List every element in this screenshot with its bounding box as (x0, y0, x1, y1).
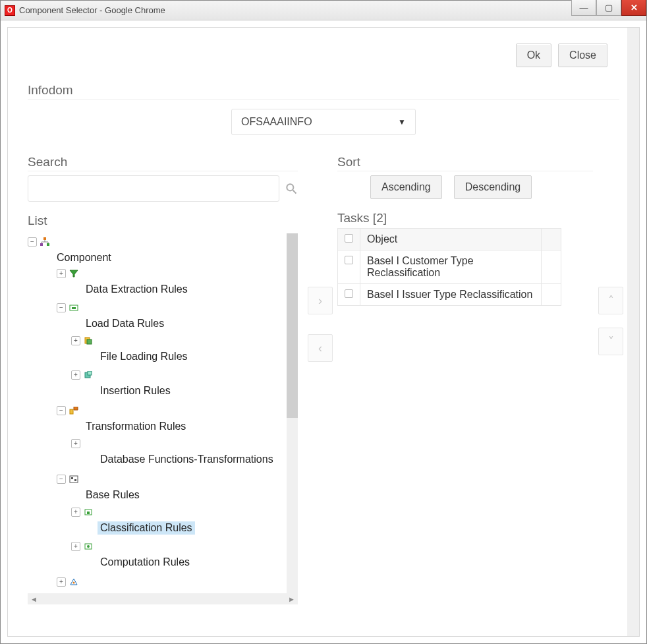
toggle-expand-icon[interactable]: + (71, 542, 80, 551)
tree-node-processes[interactable]: Processes (83, 591, 138, 593)
move-left-button[interactable]: ‹ (308, 334, 333, 362)
select-all-checkbox[interactable] (345, 234, 353, 243)
toggle-collapse-icon[interactable]: − (28, 237, 37, 247)
tasks-heading: Tasks [2] (337, 211, 593, 225)
content-panel: Ok Close Infodom OFSAAAIINFO ▼ Search (7, 27, 640, 637)
sort-label: Sort (337, 155, 593, 171)
toggle-expand-icon[interactable]: + (57, 577, 66, 587)
move-down-button[interactable]: ˅ (598, 328, 623, 355)
toggle-collapse-icon[interactable]: − (57, 303, 66, 312)
chevron-down-icon: ▼ (398, 117, 406, 127)
search-label: Search (28, 155, 298, 171)
tree-root-icon (40, 237, 50, 247)
close-button[interactable]: Close (558, 44, 607, 67)
dialog-action-buttons: Ok Close (516, 44, 607, 67)
close-window-button[interactable]: ✕ (621, 0, 646, 16)
toggle-collapse-icon[interactable]: − (57, 406, 66, 415)
infodom-section: Infodom OFSAAAIINFO ▼ (28, 83, 619, 135)
move-right-button[interactable]: › (308, 287, 333, 314)
svg-rect-20 (74, 479, 76, 481)
svg-rect-15 (88, 371, 92, 375)
svg-point-0 (287, 184, 293, 190)
svg-rect-16 (70, 409, 73, 414)
classification-icon (83, 508, 94, 517)
toggle-expand-icon[interactable]: + (71, 439, 80, 448)
right-column: › ‹ ˄ ˅ Sort Ascending Descending Tasks … (337, 155, 619, 604)
search-input[interactable] (28, 175, 279, 202)
window-title: Component Selector - Google Chrome (19, 5, 571, 15)
ok-button[interactable]: Ok (516, 44, 551, 67)
tree-horizontal-scrollbar[interactable]: ◄ ► (28, 593, 298, 604)
task-row: Basel I Customer Type Reclassification (338, 250, 561, 284)
column-header-object[interactable]: Object (360, 229, 542, 250)
sort-descending-button[interactable]: Descending (454, 175, 532, 199)
svg-point-26 (73, 582, 75, 584)
scroll-left-icon[interactable]: ◄ (29, 595, 39, 603)
svg-rect-2 (43, 237, 46, 240)
file-icon (83, 336, 94, 345)
reorder-buttons: ˄ ˅ (598, 287, 623, 355)
tree-node-component[interactable]: Component (54, 251, 114, 264)
svg-rect-13 (87, 339, 92, 344)
computation-icon (83, 542, 94, 551)
process-icon (69, 577, 79, 587)
svg-rect-3 (40, 243, 43, 246)
infodom-label: Infodom (28, 83, 619, 100)
rules-icon (69, 475, 79, 484)
svg-rect-18 (70, 476, 78, 483)
tree-node-transformation[interactable]: Transformation Rules (83, 420, 188, 433)
database-icon (83, 439, 94, 448)
tree-node-classification[interactable]: Classification Rules (98, 521, 195, 535)
svg-rect-19 (71, 477, 73, 479)
svg-rect-4 (47, 243, 49, 246)
toggle-expand-icon[interactable]: + (57, 269, 66, 278)
tasks-table: Object Basel I Customer Type Reclassific… (337, 228, 561, 306)
task-checkbox[interactable] (345, 256, 353, 264)
app-icon: O (5, 5, 15, 16)
minimize-button[interactable]: — (571, 0, 596, 16)
list-label: List (28, 214, 298, 229)
left-column: Search List (28, 155, 298, 604)
tree-node-computation[interactable]: Computation Rules (98, 556, 192, 569)
svg-marker-9 (70, 270, 78, 277)
tree-vertical-scrollbar[interactable] (287, 233, 298, 593)
main-columns: Search List (28, 155, 619, 604)
tree-node-load-data[interactable]: Load Data Rules (83, 317, 167, 330)
task-object-cell[interactable]: Basel I Customer Type Reclassification (360, 250, 542, 284)
scroll-right-icon[interactable]: ► (287, 595, 296, 603)
svg-line-1 (293, 190, 296, 194)
toggle-expand-icon[interactable]: + (71, 336, 80, 345)
svg-rect-11 (72, 307, 76, 309)
insert-icon (83, 370, 94, 380)
tree-scroll-thumb[interactable] (287, 233, 298, 418)
sort-ascending-button[interactable]: Ascending (370, 175, 442, 199)
transfer-buttons: › ‹ (308, 287, 333, 362)
tree-node-db-functions[interactable]: Database Functions-Transformations (98, 453, 276, 466)
window-controls: — ▢ ✕ (571, 1, 646, 20)
search-icon[interactable] (285, 182, 298, 195)
tree-node-base-rules[interactable]: Base Rules (83, 488, 142, 502)
toggle-expand-icon[interactable]: + (71, 508, 80, 517)
tree-node-file-loading[interactable]: File Loading Rules (98, 350, 190, 363)
infodom-selected-value: OFSAAAIINFO (241, 116, 312, 128)
toggle-collapse-icon[interactable]: − (57, 475, 66, 484)
maximize-button[interactable]: ▢ (596, 0, 621, 16)
svg-rect-22 (87, 512, 90, 514)
task-object-cell[interactable]: Basel I Issuer Type Reclassification (360, 284, 542, 306)
svg-point-24 (87, 545, 90, 548)
component-tree: − (28, 233, 298, 593)
svg-marker-17 (74, 407, 78, 410)
toggle-expand-icon[interactable]: + (71, 370, 80, 380)
title-bar: O Component Selector - Google Chrome — ▢… (1, 1, 646, 20)
app-window: O Component Selector - Google Chrome — ▢… (0, 0, 647, 644)
page-scrollbar[interactable] (627, 28, 639, 636)
tree-node-insertion[interactable]: Insertion Rules (98, 384, 173, 397)
transform-icon (69, 406, 79, 415)
infodom-select[interactable]: OFSAAAIINFO ▼ (231, 109, 416, 135)
load-icon (69, 303, 79, 312)
tree-node-data-extraction[interactable]: Data Extraction Rules (83, 283, 190, 296)
task-row: Basel I Issuer Type Reclassification (338, 284, 561, 306)
window-body: Ok Close Infodom OFSAAAIINFO ▼ Search (1, 20, 646, 643)
move-up-button[interactable]: ˄ (598, 287, 623, 314)
task-checkbox[interactable] (345, 289, 353, 298)
